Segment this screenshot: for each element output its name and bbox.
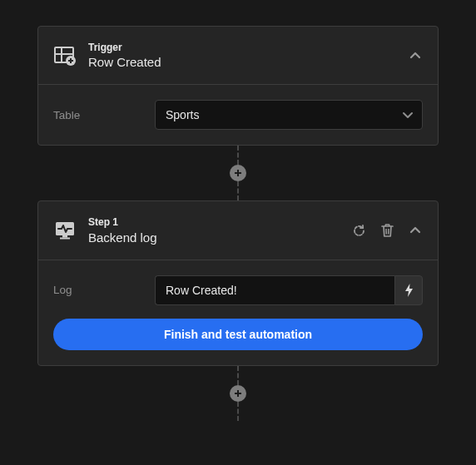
lightning-icon	[404, 284, 414, 297]
step1-title: Backend log	[88, 230, 340, 245]
add-step-button[interactable]	[230, 165, 246, 181]
log-field-label: Log	[53, 284, 145, 296]
step1-card: Step 1 Backend log	[37, 200, 439, 365]
step1-eyebrow: Step 1	[88, 216, 340, 228]
trigger-card: Trigger Row Created Table Sports	[37, 26, 439, 146]
collapse-icon[interactable]	[408, 223, 423, 238]
trigger-header[interactable]: Trigger Row Created	[38, 27, 438, 84]
svg-rect-10	[60, 238, 70, 240]
collapse-icon[interactable]	[408, 48, 423, 63]
trigger-title: Row Created	[88, 55, 396, 69]
automation-canvas: Trigger Row Created Table Sports	[0, 0, 476, 421]
monitor-activity-icon	[53, 219, 77, 242]
refresh-icon[interactable]	[351, 223, 366, 238]
table-select[interactable]: Sports	[155, 100, 423, 130]
log-input-value: Row Created!	[166, 284, 237, 297]
step1-body: Log Row Created! Finish and test automat…	[38, 260, 438, 365]
table-add-icon	[53, 44, 77, 67]
chevron-down-icon	[402, 109, 414, 121]
bindings-button[interactable]	[394, 275, 423, 305]
trigger-eyebrow: Trigger	[88, 42, 396, 53]
trigger-body: Table Sports	[38, 85, 438, 145]
step1-header[interactable]: Step 1 Backend log	[38, 201, 438, 259]
connector	[37, 146, 439, 200]
connector	[37, 366, 439, 421]
add-step-button[interactable]	[230, 385, 246, 402]
table-field-label: Table	[53, 109, 145, 121]
step1-titles: Step 1 Backend log	[88, 216, 340, 244]
svg-rect-9	[62, 235, 67, 238]
finish-test-button[interactable]: Finish and test automation	[53, 319, 423, 350]
log-input[interactable]: Row Created!	[155, 275, 394, 305]
trash-icon[interactable]	[379, 223, 394, 238]
trigger-titles: Trigger Row Created	[88, 42, 396, 69]
table-select-value: Sports	[166, 108, 199, 121]
